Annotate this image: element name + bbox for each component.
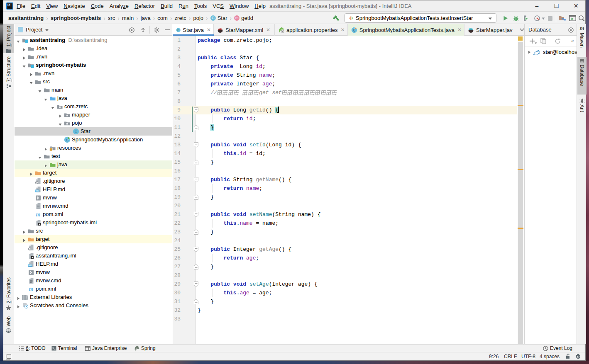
svg-text:MD: MD [28,264,32,267]
svg-text:C: C [177,28,179,31]
svg-text:C: C [75,130,78,134]
svg-text:m: m [36,211,41,218]
svg-text:m: m [29,286,34,292]
svg-text:MD: MD [35,189,39,192]
